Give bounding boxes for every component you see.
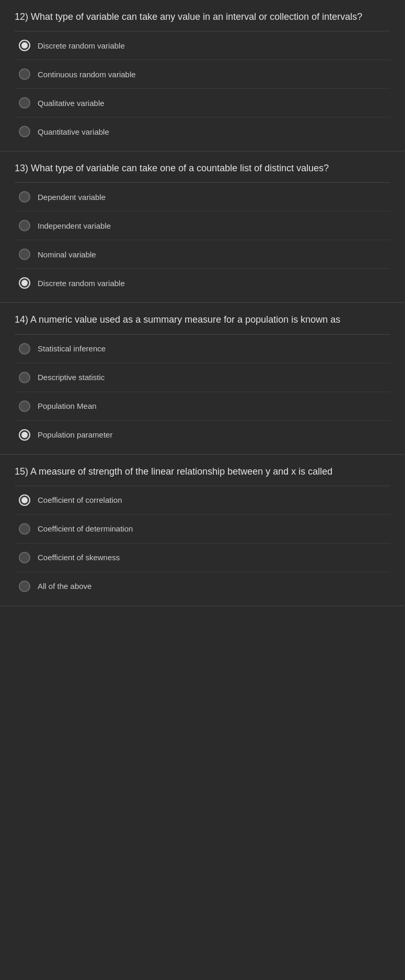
option-label-q12_a: Discrete random variable (38, 41, 125, 50)
radio-q12_a[interactable] (19, 40, 30, 51)
quiz-container: 12) What type of variable can take any v… (0, 0, 405, 606)
question-text-13: 13) What type of variable can take one o… (15, 162, 390, 175)
radio-q14_c[interactable] (19, 400, 30, 412)
option-item-q12_c[interactable]: Qualitative variable (15, 89, 390, 117)
radio-q13_a[interactable] (19, 191, 30, 203)
option-label-q13_c: Nominal variable (38, 250, 96, 259)
option-item-q13_d[interactable]: Discrete random variable (15, 269, 390, 297)
option-label-q14_a: Statistical inference (38, 344, 106, 353)
radio-q13_b[interactable] (19, 220, 30, 231)
question-block-13: 13) What type of variable can take one o… (0, 151, 405, 303)
options-list-15: Coefficient of correlationCoefficient of… (15, 486, 390, 600)
option-label-q13_b: Independent variable (38, 221, 111, 230)
option-item-q14_d[interactable]: Population parameter (15, 421, 390, 449)
radio-q14_b[interactable] (19, 372, 30, 383)
options-list-14: Statistical inferenceDescriptive statist… (15, 334, 390, 449)
option-item-q13_a[interactable]: Dependent variable (15, 183, 390, 211)
radio-q13_d[interactable] (19, 277, 30, 289)
option-item-q12_b[interactable]: Continuous random variable (15, 60, 390, 89)
option-label-q14_b: Descriptive statistic (38, 373, 105, 382)
radio-q15_d[interactable] (19, 581, 30, 592)
radio-q12_c[interactable] (19, 97, 30, 109)
option-item-q14_c[interactable]: Population Mean (15, 392, 390, 421)
radio-q14_a[interactable] (19, 343, 30, 355)
radio-q12_d[interactable] (19, 126, 30, 137)
option-item-q13_b[interactable]: Independent variable (15, 211, 390, 240)
question-text-15: 15) A measure of strength of the linear … (15, 465, 390, 478)
option-label-q12_c: Qualitative variable (38, 99, 105, 108)
option-item-q14_b[interactable]: Descriptive statistic (15, 363, 390, 392)
option-label-q15_b: Coefficient of determination (38, 524, 133, 533)
options-list-12: Discrete random variableContinuous rando… (15, 31, 390, 146)
question-block-14: 14) A numeric value used as a summary me… (0, 303, 405, 454)
question-block-15: 15) A measure of strength of the linear … (0, 455, 405, 606)
options-list-13: Dependent variableIndependent variableNo… (15, 182, 390, 297)
radio-q12_b[interactable] (19, 68, 30, 80)
radio-q15_c[interactable] (19, 552, 30, 563)
radio-q14_d[interactable] (19, 429, 30, 441)
option-item-q15_d[interactable]: All of the above (15, 572, 390, 600)
option-item-q12_a[interactable]: Discrete random variable (15, 31, 390, 60)
option-label-q12_d: Quantitative variable (38, 127, 109, 136)
option-label-q14_d: Population parameter (38, 430, 112, 439)
option-item-q12_d[interactable]: Quantitative variable (15, 117, 390, 146)
option-item-q13_c[interactable]: Nominal variable (15, 240, 390, 269)
question-text-12: 12) What type of variable can take any v… (15, 10, 390, 23)
question-text-14: 14) A numeric value used as a summary me… (15, 313, 390, 326)
option-item-q15_a[interactable]: Coefficient of correlation (15, 486, 390, 515)
option-label-q12_b: Continuous random variable (38, 70, 136, 79)
option-label-q13_a: Dependent variable (38, 193, 106, 202)
radio-q15_a[interactable] (19, 494, 30, 506)
option-label-q15_a: Coefficient of correlation (38, 495, 122, 504)
option-item-q14_a[interactable]: Statistical inference (15, 335, 390, 363)
option-label-q15_c: Coefficient of skewness (38, 553, 120, 562)
option-label-q13_d: Discrete random variable (38, 279, 125, 288)
option-label-q14_c: Population Mean (38, 402, 97, 410)
option-item-q15_b[interactable]: Coefficient of determination (15, 515, 390, 544)
question-block-12: 12) What type of variable can take any v… (0, 0, 405, 151)
option-item-q15_c[interactable]: Coefficient of skewness (15, 544, 390, 572)
radio-q13_c[interactable] (19, 249, 30, 260)
radio-q15_b[interactable] (19, 523, 30, 535)
option-label-q15_d: All of the above (38, 582, 91, 591)
